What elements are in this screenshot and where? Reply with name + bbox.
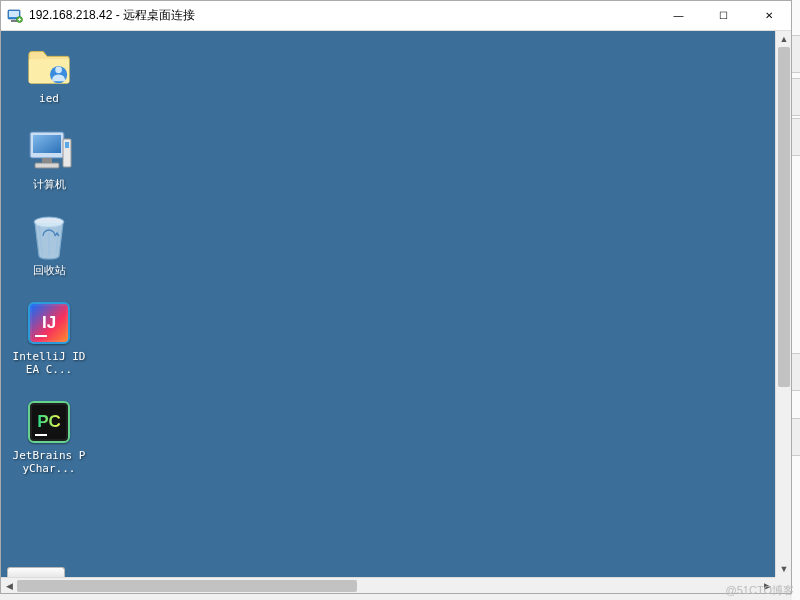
computer-icon [25, 127, 73, 175]
desktop-icon-pycharm[interactable]: PC JetBrains PyChar... [11, 398, 87, 475]
background-item [792, 418, 800, 456]
scrollbar-corner [775, 577, 791, 593]
background-item [792, 353, 800, 391]
window-title: 192.168.218.42 - 远程桌面连接 [29, 7, 656, 24]
background-item [792, 35, 800, 73]
svg-rect-8 [42, 158, 52, 163]
desktop-icon-ied[interactable]: ied [11, 41, 87, 105]
maximize-button[interactable]: ☐ [701, 1, 746, 30]
vertical-scroll-thumb[interactable] [778, 47, 790, 387]
svg-rect-2 [11, 20, 17, 22]
folder-icon [25, 41, 73, 89]
icon-label: ied [11, 92, 87, 105]
desktop-icon-recycle-bin[interactable]: 回收站 [11, 213, 87, 277]
intellij-icon: IJ [25, 299, 73, 347]
titlebar[interactable]: 192.168.218.42 - 远程桌面连接 — ☐ ✕ [1, 1, 791, 31]
icon-label: 计算机 [11, 178, 87, 191]
minimize-button[interactable]: — [656, 1, 701, 30]
icon-label: JetBrains PyChar... [11, 449, 87, 475]
icon-label: 回收站 [11, 264, 87, 277]
background-item [792, 118, 800, 156]
svg-rect-1 [9, 11, 19, 17]
background-window-strip [792, 0, 800, 600]
svg-rect-9 [35, 163, 59, 168]
window-controls: — ☐ ✕ [656, 1, 791, 30]
svg-rect-11 [65, 142, 69, 148]
vertical-scrollbar[interactable]: ▲ ▼ [775, 31, 791, 577]
close-button[interactable]: ✕ [746, 1, 791, 30]
pycharm-icon: PC [25, 398, 73, 446]
desktop-icons-column: ied 计算机 [11, 41, 87, 475]
scroll-up-arrow-icon[interactable]: ▲ [776, 31, 791, 47]
recycle-bin-icon [25, 213, 73, 261]
rdp-window: 192.168.218.42 - 远程桌面连接 — ☐ ✕ [0, 0, 792, 594]
scroll-down-arrow-icon[interactable]: ▼ [776, 561, 791, 577]
svg-point-5 [55, 66, 62, 73]
scroll-left-arrow-icon[interactable]: ◀ [1, 578, 17, 593]
remote-desktop[interactable]: ied 计算机 [1, 31, 775, 577]
scroll-right-arrow-icon[interactable]: ▶ [759, 578, 775, 593]
client-area: ied 计算机 [1, 31, 791, 593]
icon-label: IntelliJ IDEA C... [11, 350, 87, 376]
remote-taskbar-peek[interactable] [7, 567, 65, 577]
background-item [792, 78, 800, 116]
svg-rect-7 [33, 135, 61, 153]
desktop-icon-computer[interactable]: 计算机 [11, 127, 87, 191]
rdp-icon [7, 8, 23, 24]
desktop-icon-intellij[interactable]: IJ IntelliJ IDEA C... [11, 299, 87, 376]
horizontal-scrollbar[interactable]: ◀ ▶ [1, 577, 775, 593]
horizontal-scroll-thumb[interactable] [17, 580, 357, 592]
